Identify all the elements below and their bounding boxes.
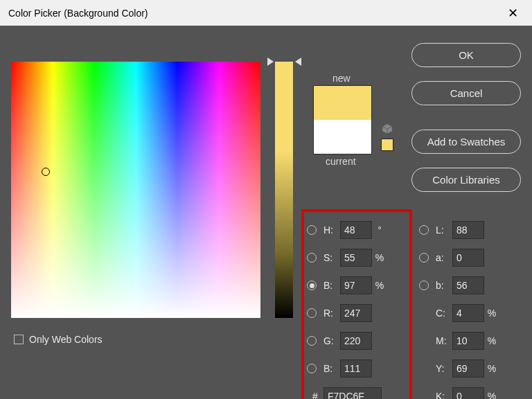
radio-b-blue[interactable] xyxy=(307,364,317,373)
title-bar: Color Picker (Background Color) ✕ xyxy=(0,0,532,26)
swatch-new-color[interactable] xyxy=(314,86,371,120)
radio-b-brightness[interactable] xyxy=(307,281,317,290)
slider-marker-right-icon[interactable] xyxy=(295,57,301,66)
only-web-colors-row: Only Web Colors xyxy=(14,334,103,345)
field-s-row: S: % xyxy=(307,244,386,272)
radio-a[interactable] xyxy=(419,253,429,263)
hsb-rgb-hex-group: H: ° S: % B: % R: G: xyxy=(307,216,386,399)
input-bc[interactable] xyxy=(340,360,372,378)
input-b-lab[interactable] xyxy=(452,276,484,294)
close-icon[interactable]: ✕ xyxy=(502,6,524,21)
input-m[interactable] xyxy=(452,332,484,350)
swatch-new-label: new xyxy=(312,73,395,84)
radio-h[interactable] xyxy=(307,225,317,235)
unit-k: % xyxy=(486,391,498,399)
input-h[interactable] xyxy=(340,221,372,239)
add-to-swatches-button[interactable]: Add to Swatches xyxy=(411,130,521,154)
field-g-row: G: xyxy=(307,327,386,355)
label-bc: B: xyxy=(323,363,340,374)
brightness-slider[interactable] xyxy=(275,62,293,318)
radio-b-lab[interactable] xyxy=(419,281,429,290)
field-b-lab-row: b: xyxy=(419,272,498,299)
label-y: Y: xyxy=(436,363,452,374)
gamut-cube-icon[interactable] xyxy=(381,123,393,135)
input-a[interactable] xyxy=(452,249,484,267)
only-web-colors-checkbox[interactable] xyxy=(14,335,24,344)
unit-h: ° xyxy=(373,224,386,236)
lab-cmyk-group: L: a: b: C: % M: % xyxy=(419,216,498,399)
label-r: R: xyxy=(323,308,340,319)
unit-y: % xyxy=(486,363,498,374)
label-m: M: xyxy=(436,335,452,346)
swatch-current-color[interactable] xyxy=(314,120,371,154)
radio-s[interactable] xyxy=(307,253,317,263)
unit-bv: % xyxy=(373,280,386,291)
field-a-row: a: xyxy=(419,244,498,272)
input-g[interactable] xyxy=(340,332,372,350)
input-l[interactable] xyxy=(452,221,484,239)
swatch-current-label: current xyxy=(312,156,395,167)
field-y-row: Y: % xyxy=(419,355,498,382)
field-h-row: H: ° xyxy=(307,216,386,244)
dialog-content: new current OK Cancel Add to Swatches Co… xyxy=(0,26,532,399)
label-l: L: xyxy=(436,224,452,236)
label-a: a: xyxy=(436,252,452,263)
color-field-marker[interactable] xyxy=(42,168,50,176)
color-field[interactable] xyxy=(11,62,260,318)
ok-button[interactable]: OK xyxy=(411,43,521,67)
field-l-row: L: xyxy=(419,216,498,244)
hex-prefix: # xyxy=(307,391,323,399)
swatch-compare: new current xyxy=(312,73,395,167)
swatch-box xyxy=(313,85,372,154)
window-title: Color Picker (Background Color) xyxy=(8,8,148,19)
radio-g[interactable] xyxy=(307,336,317,346)
label-k: K: xyxy=(436,391,452,399)
field-bv-row: B: % xyxy=(307,272,386,299)
label-h: H: xyxy=(323,224,340,236)
label-c: C: xyxy=(436,308,452,319)
field-m-row: M: % xyxy=(419,327,498,355)
field-hex-row: # xyxy=(307,382,386,399)
color-libraries-button[interactable]: Color Libraries xyxy=(411,168,521,192)
label-b-lab: b: xyxy=(436,280,452,291)
input-bv[interactable] xyxy=(340,276,372,294)
input-y[interactable] xyxy=(452,360,484,378)
field-r-row: R: xyxy=(307,299,386,327)
gamut-nearest-swatch[interactable] xyxy=(381,139,393,151)
slider-marker-left-icon[interactable] xyxy=(267,57,274,66)
input-hex[interactable] xyxy=(323,387,382,399)
input-r[interactable] xyxy=(340,304,372,322)
unit-m: % xyxy=(486,335,498,346)
unit-c: % xyxy=(486,308,498,319)
unit-s: % xyxy=(373,252,386,263)
radio-l[interactable] xyxy=(419,225,429,235)
input-s[interactable] xyxy=(340,249,372,267)
field-k-row: K: % xyxy=(419,382,498,399)
field-bc-row: B: xyxy=(307,355,386,382)
field-c-row: C: % xyxy=(419,299,498,327)
label-bv: B: xyxy=(323,280,340,291)
radio-r[interactable] xyxy=(307,308,317,318)
only-web-colors-label[interactable]: Only Web Colors xyxy=(29,334,103,345)
input-k[interactable] xyxy=(452,387,484,399)
label-s: S: xyxy=(323,252,340,263)
cancel-button[interactable]: Cancel xyxy=(411,81,521,105)
label-g: G: xyxy=(323,335,340,346)
input-c[interactable] xyxy=(452,304,484,322)
